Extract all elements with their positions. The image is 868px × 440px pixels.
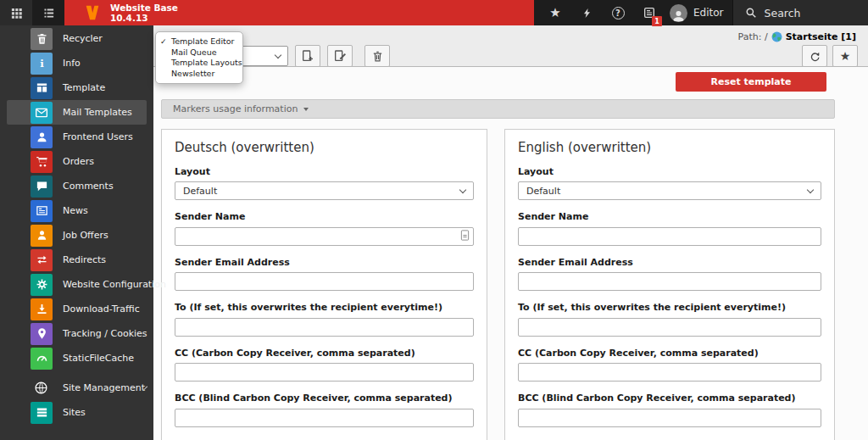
chevron-down-icon bbox=[459, 186, 466, 192]
sidebar-item-news[interactable]: News bbox=[7, 198, 147, 223]
module-content: Path: / Startseite [1] ★ ✓Template Edito… bbox=[153, 25, 868, 440]
brand-version: 10.4.13 bbox=[110, 13, 178, 23]
sidebar-item-info[interactable]: iInfo bbox=[7, 51, 147, 75]
field-english-sender-email-address: Sender Email Address bbox=[518, 257, 821, 292]
markers-usage-label: Markers usage information bbox=[173, 103, 298, 114]
field-english-cc: CC (Carbon Copy Receiver, comma separate… bbox=[518, 348, 821, 382]
search-input[interactable]: Search bbox=[732, 0, 868, 25]
sidebar-section-label: Site Management bbox=[63, 382, 145, 393]
delete-button[interactable] bbox=[364, 45, 390, 67]
download-icon bbox=[31, 298, 53, 320]
sidebar-item-label: Orders bbox=[63, 156, 94, 167]
field-deutsch-sender-email-address: Sender Email Address bbox=[175, 257, 474, 292]
bolt-icon[interactable] bbox=[576, 0, 598, 25]
config-icon bbox=[31, 274, 53, 296]
new-record-button[interactable] bbox=[295, 45, 320, 67]
deutsch-sender-name-input[interactable] bbox=[175, 227, 474, 246]
sidebar-item-orders[interactable]: Orders bbox=[7, 149, 147, 174]
svg-text:i: i bbox=[40, 58, 44, 70]
english-layout-select[interactable]: Default bbox=[518, 181, 821, 200]
caret-down-icon bbox=[303, 108, 309, 111]
sidebar-item-mail-templates[interactable]: Mail Templates bbox=[7, 100, 147, 125]
notifications-icon[interactable]: 1 bbox=[638, 0, 660, 25]
cart-icon bbox=[31, 151, 53, 173]
module-sidebar: RecycleriInfoTemplateMail TemplatesFront… bbox=[0, 25, 153, 440]
menu-list-icon[interactable] bbox=[32, 0, 64, 25]
deutsch-cc-input[interactable] bbox=[175, 363, 474, 382]
reset-template-button[interactable]: Reset template bbox=[676, 72, 826, 92]
sidebar-item-redirects[interactable]: Redirects bbox=[7, 248, 147, 272]
doc-header: Path: / Startseite [1] ★ bbox=[153, 25, 868, 67]
refresh-button[interactable] bbox=[802, 45, 827, 67]
menu-item-template-layouts[interactable]: Template Layouts bbox=[156, 58, 242, 69]
sidebar-section-site-management[interactable]: Site Management bbox=[7, 376, 147, 400]
sidebar-item-download-traffic[interactable]: Download-Traffic bbox=[7, 297, 147, 321]
field-deutsch-layout: Layout Default bbox=[175, 166, 474, 200]
field-label: To (If set, this overwrites the recipien… bbox=[518, 302, 821, 313]
deutsch-bcc-input[interactable] bbox=[175, 409, 474, 427]
field-label: Sender Email Address bbox=[518, 257, 821, 268]
english-sender-email-address-input[interactable] bbox=[518, 272, 821, 291]
sidebar-item-comments[interactable]: Comments bbox=[7, 174, 147, 198]
chevron-down-icon bbox=[275, 51, 281, 58]
topbar-icons: ★?1Editor bbox=[534, 0, 732, 25]
sidebar-item-label: Job Offers bbox=[63, 230, 108, 241]
english-sender-name-input[interactable] bbox=[518, 227, 821, 246]
sidebar-item-label: Mail Templates bbox=[63, 107, 132, 118]
sidebar-item-label: Redirects bbox=[63, 254, 106, 265]
notification-badge: 1 bbox=[652, 16, 662, 26]
sidebar-item-staticfilecache[interactable]: StaticFileCache bbox=[7, 346, 147, 370]
record-buttons bbox=[288, 45, 390, 67]
brand-title: Website Base bbox=[110, 3, 178, 13]
user-menu[interactable]: Editor bbox=[670, 4, 724, 22]
avatar bbox=[670, 4, 687, 22]
bookmark-star-button[interactable]: ★ bbox=[832, 45, 858, 67]
sidebar-item-label: Download-Traffic bbox=[63, 304, 140, 315]
sidebar-item-recycler[interactable]: Recycler bbox=[7, 26, 147, 51]
edit-record-button[interactable] bbox=[327, 45, 353, 67]
field-label: CC (Carbon Copy Receiver, comma separate… bbox=[518, 348, 821, 359]
field-deutsch-to: To (If set, this overwrites the recipien… bbox=[175, 302, 474, 337]
field-english-to: To (If set, this overwrites the recipien… bbox=[518, 302, 821, 337]
docheader-right-buttons: ★ bbox=[802, 45, 858, 67]
checkmark-icon: ✓ bbox=[160, 36, 167, 47]
search-icon bbox=[745, 7, 757, 19]
sidebar-item-frontend-users[interactable]: Frontend Users bbox=[7, 125, 147, 149]
autofill-icon bbox=[460, 230, 470, 241]
path-prefix: Path: / bbox=[738, 31, 768, 42]
english-to-input[interactable] bbox=[518, 318, 821, 337]
menu-item-mail-queue[interactable]: Mail Queue bbox=[156, 47, 242, 58]
english-cc-input[interactable] bbox=[518, 363, 821, 382]
brand-area[interactable]: Website Base 10.4.13 bbox=[64, 0, 534, 25]
help-icon[interactable]: ? bbox=[607, 0, 629, 25]
menu-item-template-editor[interactable]: ✓Template Editor bbox=[156, 36, 242, 47]
menu-item-newsletter[interactable]: Newsletter bbox=[156, 69, 242, 80]
sites-icon bbox=[31, 402, 53, 424]
panel-english: English (overwritten) Layout Default Sen… bbox=[504, 129, 835, 440]
person-icon bbox=[31, 225, 53, 247]
sidebar-item-label: Sites bbox=[63, 407, 86, 418]
pin-icon bbox=[31, 323, 53, 345]
language-panels: Deutsch (overwritten) Layout Default Sen… bbox=[161, 129, 835, 440]
modules-grid-icon[interactable] bbox=[0, 0, 32, 25]
sidebar-item-job-offers[interactable]: Job Offers bbox=[7, 223, 147, 248]
deutsch-layout-select[interactable]: Default bbox=[175, 181, 474, 200]
deutsch-to-input[interactable] bbox=[175, 318, 474, 337]
globe-icon bbox=[34, 381, 48, 395]
field-english-sender-name: Sender Name bbox=[518, 211, 821, 246]
sidebar-item-tracking-cookies[interactable]: Tracking / Cookies bbox=[7, 321, 147, 346]
sidebar-item-template[interactable]: Template bbox=[7, 75, 147, 100]
panel-deutsch: Deutsch (overwritten) Layout Default Sen… bbox=[161, 129, 487, 440]
sidebar-item-sites[interactable]: Sites bbox=[7, 400, 147, 425]
deutsch-sender-email-address-input[interactable] bbox=[175, 272, 474, 291]
comment-icon bbox=[31, 175, 53, 198]
sidebar-item-label: Frontend Users bbox=[63, 131, 133, 142]
english-bcc-input[interactable] bbox=[518, 409, 821, 427]
sidebar-item-website-configuration[interactable]: Website Configuration bbox=[7, 272, 147, 297]
search-placeholder: Search bbox=[765, 7, 801, 19]
star-icon[interactable]: ★ bbox=[544, 0, 566, 25]
sidebar-item-label: Info bbox=[63, 58, 81, 69]
markers-usage-bar[interactable]: Markers usage information bbox=[161, 99, 835, 119]
current-page[interactable]: Startseite [1] bbox=[786, 31, 856, 42]
sidebar-item-label: Template bbox=[63, 82, 105, 93]
